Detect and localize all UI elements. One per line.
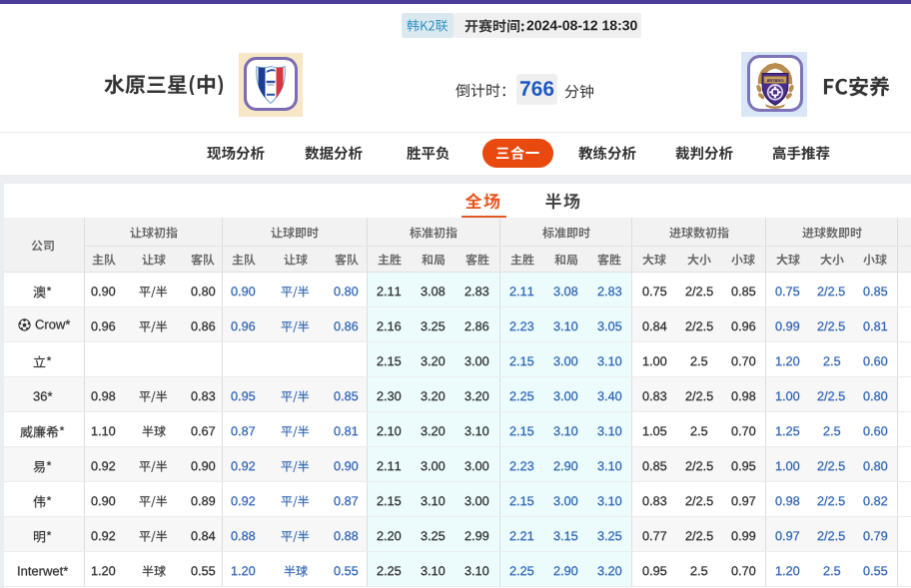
- svg-text:ANYANG: ANYANG: [766, 78, 783, 83]
